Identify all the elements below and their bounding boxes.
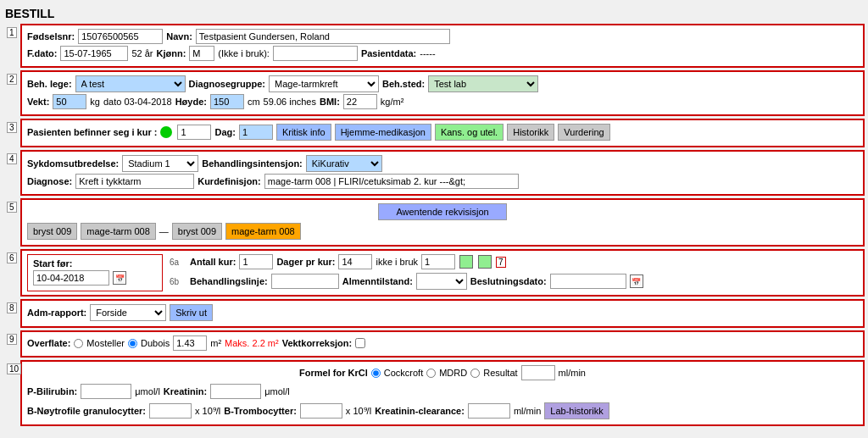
behandlslinje-input[interactable] — [271, 274, 339, 289]
btrom-label: B-Trombocytter: — [224, 406, 297, 416]
section-num-9: 9 — [7, 334, 17, 345]
area-input[interactable] — [173, 335, 207, 351]
bmi-label: BMI: — [320, 97, 340, 107]
section-2: 2 Beh. lege: A test Diagnosegruppe: Mage… — [20, 70, 865, 116]
section-num-3: 3 — [7, 122, 17, 133]
mdrd-label: MDRD — [439, 368, 467, 378]
behandling-label: Behandlingsintensjon: — [202, 158, 303, 169]
start-for-label: Start før: — [33, 258, 72, 269]
pbilirubin-input[interactable] — [81, 384, 131, 399]
awentende-button[interactable]: Awentende rekvisisjon — [378, 203, 506, 220]
mdrd-radio[interactable] — [426, 369, 436, 378]
almen-select[interactable] — [416, 273, 467, 290]
fdato-label: F.dato: — [27, 48, 57, 58]
historikk-button[interactable]: Historikk — [507, 124, 554, 141]
calendar-icon-2[interactable]: 📅 — [630, 274, 643, 288]
section-5: 5 Awentende rekvisisjon bryst 009 mage-t… — [20, 198, 865, 247]
sykdom-select[interactable]: Stadium 1 — [122, 155, 198, 172]
umol2-label: μmol/l — [264, 386, 290, 396]
section-8: 8 Adm-rapport: Forside Skriv ut — [20, 299, 865, 328]
lab-historikk-button[interactable]: Lab-historikk — [544, 402, 609, 419]
magetarm008-btn-1[interactable]: mage-tarm 008 — [81, 223, 156, 240]
section-10: 10 Formel for KrCl Cockcroft MDRD Result… — [20, 360, 865, 426]
btrom-input[interactable] — [300, 403, 342, 419]
fdato-input[interactable] — [60, 46, 128, 61]
section-num-5: 5 — [7, 202, 17, 213]
resultat-input[interactable] — [521, 365, 555, 380]
ikke-label: (Ikke i bruk): — [218, 48, 270, 58]
behandling-select[interactable]: KiKurativ — [306, 155, 382, 172]
vekt-input[interactable] — [53, 94, 86, 109]
kreatinin-label: Kreatinin: — [164, 386, 207, 396]
beh-sted-select[interactable]: Test lab — [428, 75, 538, 92]
magetarm008-btn-2[interactable]: mage-tarm 008 — [225, 223, 301, 240]
kur-input[interactable] — [177, 125, 211, 140]
adm-label: Adm-rapport: — [27, 308, 86, 318]
maks-label: Maks. 2.2 m² — [225, 338, 279, 348]
fodselsnr-label: Fødselsnr: — [27, 31, 75, 42]
vekt-unit: kg — [90, 97, 100, 107]
antall-input[interactable] — [239, 254, 273, 269]
ikke-bruk-label: ikke i bruk — [376, 257, 418, 267]
skriv-ut-button[interactable]: Skriv ut — [170, 304, 213, 321]
kjonn-input[interactable] — [189, 46, 214, 61]
navn-input[interactable] — [196, 29, 450, 44]
bryst009-btn-2[interactable]: bryst 009 — [172, 223, 222, 240]
start-date-input[interactable] — [33, 270, 109, 286]
resultat-radio[interactable] — [470, 369, 480, 378]
section-num-1: 1 — [7, 27, 17, 38]
label-6a: 6a — [170, 258, 186, 267]
resultat-label: Resultat — [483, 368, 517, 378]
ml-min-label: ml/min — [514, 406, 541, 416]
hoyde-input[interactable] — [210, 94, 244, 109]
pasientdata-label: Pasientdata: — [361, 48, 416, 58]
x109-1-label: x 10⁹/l — [195, 406, 220, 417]
green-circle-icon — [160, 126, 172, 138]
bmi-input[interactable] — [343, 94, 377, 109]
antall-label: Antall kur: — [190, 257, 236, 267]
beslutning-input[interactable] — [550, 274, 626, 289]
hoyde-cm: cm — [248, 97, 260, 107]
pasientdata-val: ----- — [420, 48, 435, 58]
kans-button[interactable]: Kans. og utel. — [435, 124, 504, 141]
dato-label: dato 03-04-2018 — [103, 97, 172, 107]
section-4: 4 Sykdomsutbredelse: Stadium 1 Behandlin… — [20, 150, 865, 196]
hjemme-button[interactable]: Hjemme-medikasjon — [335, 124, 431, 141]
section-num-8: 8 — [7, 302, 17, 313]
navn-label: Navn: — [166, 31, 192, 42]
green-square-icon-1[interactable] — [459, 255, 473, 269]
vurdering-button[interactable]: Vurdering — [558, 124, 609, 141]
diagnose-label: Diagnose: — [27, 176, 72, 186]
fodselsnr-input[interactable] — [78, 29, 163, 44]
ikke-input[interactable] — [273, 46, 358, 61]
kreatinin-cl-input[interactable] — [468, 403, 510, 419]
bryst009-btn-1[interactable]: bryst 009 — [27, 223, 77, 240]
diagnose-gruppe-label: Diagnosegruppe: — [189, 79, 265, 89]
bnoy-label: B-Nøytrofile granulocytter: — [27, 406, 146, 416]
ikke-val-input[interactable] — [421, 254, 455, 269]
kjonn-label: Kjønn: — [157, 48, 186, 58]
cockcroft-radio[interactable] — [371, 369, 381, 378]
dager-input[interactable] — [338, 254, 372, 269]
dash-sep: — — [159, 226, 169, 236]
x109-2-label: x 10⁹/l — [346, 406, 371, 417]
vekt-korr-checkbox[interactable] — [355, 338, 365, 348]
dag-label: Dag: — [214, 127, 235, 137]
kritisk-button[interactable]: Kritisk info — [276, 124, 331, 141]
dubois-radio[interactable] — [128, 339, 137, 348]
ml-label: ml/min — [559, 368, 586, 378]
calendar-icon[interactable]: 📅 — [113, 271, 126, 285]
beh-lege-select[interactable]: A test — [75, 75, 186, 92]
bnoy-input[interactable] — [149, 403, 192, 419]
mosteller-radio[interactable] — [74, 339, 83, 348]
vekt-korr-label: Vektkorreksjon: — [282, 338, 353, 348]
section-6: 6 Start før: 📅 6a Antall kur: — [20, 249, 865, 297]
diagnose-input[interactable] — [75, 174, 194, 189]
kreatinin-input[interactable] — [210, 384, 261, 399]
diagnosegruppe-select[interactable]: Mage-tarmkreft — [269, 75, 379, 92]
green-square-icon-2[interactable] — [478, 255, 492, 269]
mosteller-label: Mosteller — [86, 338, 125, 348]
dag-input[interactable] — [239, 125, 273, 140]
adm-select[interactable]: Forside — [90, 304, 166, 321]
kurd-input[interactable] — [264, 174, 519, 189]
